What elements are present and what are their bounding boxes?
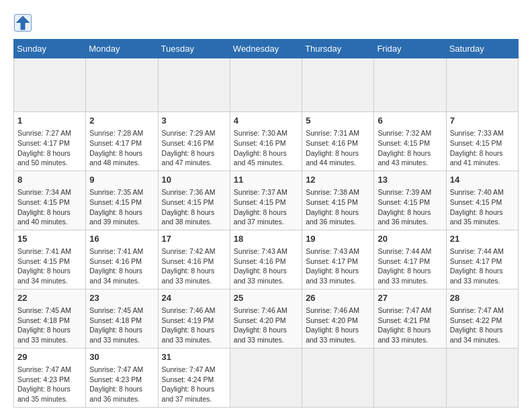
day-header-tuesday: Tuesday xyxy=(158,40,230,58)
day-number: 24 xyxy=(162,292,226,304)
calendar-cell: 19Sunrise: 7:43 AMSunset: 4:17 PMDayligh… xyxy=(302,230,374,289)
calendar-cell: 23Sunrise: 7:45 AMSunset: 4:18 PMDayligh… xyxy=(86,289,158,348)
calendar-cell: 5Sunrise: 7:31 AMSunset: 4:16 PMDaylight… xyxy=(302,112,374,171)
day-number: 17 xyxy=(162,233,226,245)
calendar-cell: 9Sunrise: 7:35 AMSunset: 4:15 PMDaylight… xyxy=(86,171,158,230)
day-number: 4 xyxy=(234,115,298,127)
calendar-cell: 29Sunrise: 7:47 AMSunset: 4:23 PMDayligh… xyxy=(14,348,86,407)
calendar-week-row: 1Sunrise: 7:27 AMSunset: 4:17 PMDaylight… xyxy=(14,112,519,171)
day-number: 23 xyxy=(89,292,154,304)
calendar-cell xyxy=(302,58,374,112)
calendar-cell xyxy=(14,58,86,112)
calendar-cell: 7Sunrise: 7:33 AMSunset: 4:15 PMDaylight… xyxy=(446,112,518,171)
calendar-week-row: 8Sunrise: 7:34 AMSunset: 4:15 PMDaylight… xyxy=(14,171,519,230)
calendar-week-row xyxy=(14,58,519,112)
calendar-cell: 12Sunrise: 7:38 AMSunset: 4:15 PMDayligh… xyxy=(302,171,374,230)
day-number: 3 xyxy=(162,115,226,127)
day-number: 6 xyxy=(378,115,442,127)
calendar-cell: 11Sunrise: 7:37 AMSunset: 4:15 PMDayligh… xyxy=(230,171,302,230)
calendar-cell: 31Sunrise: 7:47 AMSunset: 4:24 PMDayligh… xyxy=(158,348,230,407)
calendar-cell xyxy=(374,58,446,112)
day-number: 8 xyxy=(17,174,82,186)
calendar-header-row: SundayMondayTuesdayWednesdayThursdayFrid… xyxy=(14,40,519,58)
day-number: 10 xyxy=(162,174,226,186)
day-number: 26 xyxy=(306,292,370,304)
day-number: 2 xyxy=(89,115,154,127)
calendar-cell: 17Sunrise: 7:42 AMSunset: 4:16 PMDayligh… xyxy=(158,230,230,289)
calendar-week-row: 22Sunrise: 7:45 AMSunset: 4:18 PMDayligh… xyxy=(14,289,519,348)
calendar-cell: 10Sunrise: 7:36 AMSunset: 4:15 PMDayligh… xyxy=(158,171,230,230)
calendar-cell: 3Sunrise: 7:29 AMSunset: 4:16 PMDaylight… xyxy=(158,112,230,171)
day-number: 30 xyxy=(89,351,154,363)
day-number: 25 xyxy=(234,292,298,304)
calendar-cell: 1Sunrise: 7:27 AMSunset: 4:17 PMDaylight… xyxy=(14,112,86,171)
day-number: 31 xyxy=(162,351,226,363)
calendar-cell: 16Sunrise: 7:41 AMSunset: 4:16 PMDayligh… xyxy=(86,230,158,289)
logo xyxy=(13,13,35,32)
calendar-cell: 21Sunrise: 7:44 AMSunset: 4:17 PMDayligh… xyxy=(446,230,518,289)
day-number: 29 xyxy=(17,351,82,363)
calendar-cell: 2Sunrise: 7:28 AMSunset: 4:17 PMDaylight… xyxy=(86,112,158,171)
calendar-cell: 18Sunrise: 7:43 AMSunset: 4:16 PMDayligh… xyxy=(230,230,302,289)
day-number: 11 xyxy=(234,174,298,186)
calendar-cell: 15Sunrise: 7:41 AMSunset: 4:15 PMDayligh… xyxy=(14,230,86,289)
calendar-cell xyxy=(302,348,374,407)
day-header-sunday: Sunday xyxy=(14,40,86,58)
calendar-cell xyxy=(374,348,446,407)
calendar-cell: 25Sunrise: 7:46 AMSunset: 4:20 PMDayligh… xyxy=(230,289,302,348)
day-header-wednesday: Wednesday xyxy=(230,40,302,58)
day-number: 1 xyxy=(17,115,82,127)
calendar-cell: 28Sunrise: 7:47 AMSunset: 4:22 PMDayligh… xyxy=(446,289,518,348)
calendar-cell: 14Sunrise: 7:40 AMSunset: 4:15 PMDayligh… xyxy=(446,171,518,230)
day-number: 7 xyxy=(450,115,515,127)
calendar-week-row: 29Sunrise: 7:47 AMSunset: 4:23 PMDayligh… xyxy=(14,348,519,407)
calendar-cell: 30Sunrise: 7:47 AMSunset: 4:23 PMDayligh… xyxy=(86,348,158,407)
day-header-thursday: Thursday xyxy=(302,40,374,58)
calendar-table: SundayMondayTuesdayWednesdayThursdayFrid… xyxy=(13,39,519,408)
day-number: 13 xyxy=(378,174,442,186)
day-number: 5 xyxy=(306,115,370,127)
day-header-monday: Monday xyxy=(86,40,158,58)
day-number: 19 xyxy=(306,233,370,245)
calendar-cell xyxy=(86,58,158,112)
calendar-week-row: 15Sunrise: 7:41 AMSunset: 4:15 PMDayligh… xyxy=(14,230,519,289)
page-header xyxy=(13,13,519,32)
calendar-cell xyxy=(230,348,302,407)
day-number: 28 xyxy=(450,292,515,304)
calendar-cell: 4Sunrise: 7:30 AMSunset: 4:16 PMDaylight… xyxy=(230,112,302,171)
day-number: 21 xyxy=(450,233,515,245)
calendar-cell: 24Sunrise: 7:46 AMSunset: 4:19 PMDayligh… xyxy=(158,289,230,348)
day-number: 12 xyxy=(306,174,370,186)
day-number: 22 xyxy=(17,292,82,304)
calendar-cell xyxy=(230,58,302,112)
calendar-cell xyxy=(158,58,230,112)
calendar-cell: 22Sunrise: 7:45 AMSunset: 4:18 PMDayligh… xyxy=(14,289,86,348)
calendar-cell: 13Sunrise: 7:39 AMSunset: 4:15 PMDayligh… xyxy=(374,171,446,230)
calendar-cell xyxy=(446,58,518,112)
day-number: 9 xyxy=(89,174,154,186)
calendar-cell: 27Sunrise: 7:47 AMSunset: 4:21 PMDayligh… xyxy=(374,289,446,348)
day-number: 27 xyxy=(378,292,442,304)
logo-icon xyxy=(13,13,32,32)
day-number: 14 xyxy=(450,174,515,186)
calendar-cell xyxy=(446,348,518,407)
calendar-cell: 6Sunrise: 7:32 AMSunset: 4:15 PMDaylight… xyxy=(374,112,446,171)
day-number: 18 xyxy=(234,233,298,245)
calendar-cell: 26Sunrise: 7:46 AMSunset: 4:20 PMDayligh… xyxy=(302,289,374,348)
day-number: 20 xyxy=(378,233,442,245)
day-number: 16 xyxy=(89,233,154,245)
calendar-cell: 20Sunrise: 7:44 AMSunset: 4:17 PMDayligh… xyxy=(374,230,446,289)
day-header-friday: Friday xyxy=(374,40,446,58)
day-header-saturday: Saturday xyxy=(446,40,518,58)
calendar-cell: 8Sunrise: 7:34 AMSunset: 4:15 PMDaylight… xyxy=(14,171,86,230)
day-number: 15 xyxy=(17,233,82,245)
